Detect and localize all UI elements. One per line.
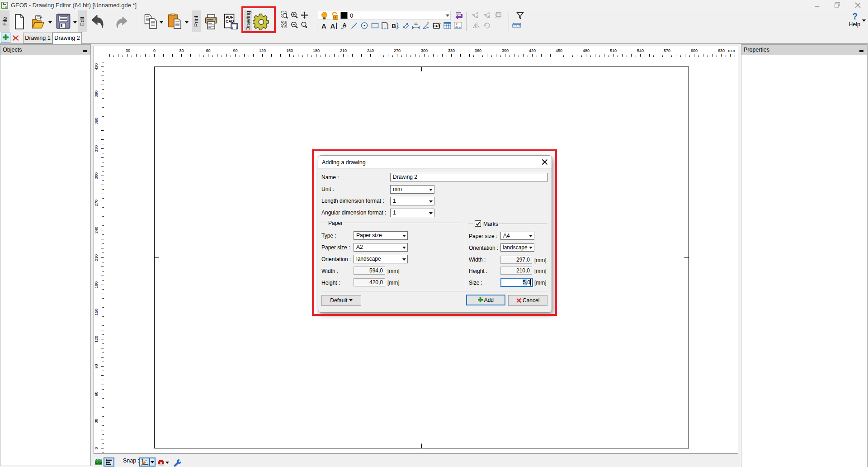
- svg-text:600: 600: [691, 48, 698, 53]
- svg-text:0: 0: [94, 447, 99, 449]
- svg-text:540: 540: [637, 48, 644, 53]
- svg-text:-30: -30: [124, 48, 130, 53]
- svg-text:420: 420: [94, 63, 99, 70]
- svg-text:90: 90: [94, 364, 99, 368]
- svg-text:60: 60: [94, 391, 99, 396]
- svg-text:150: 150: [94, 309, 99, 315]
- svg-text:360: 360: [94, 118, 99, 124]
- svg-text:180: 180: [94, 281, 99, 288]
- svg-text:240: 240: [94, 227, 99, 234]
- svg-text:0: 0: [153, 48, 156, 53]
- svg-text:360: 360: [475, 48, 481, 53]
- svg-text:270: 270: [394, 48, 401, 53]
- svg-text:PDF: PDF: [226, 15, 233, 19]
- svg-text:390: 390: [502, 48, 509, 53]
- svg-text:240: 240: [367, 48, 374, 53]
- svg-text:210: 210: [94, 254, 99, 261]
- svg-text:CAD: CAD: [95, 461, 102, 464]
- svg-text:570: 570: [664, 48, 670, 53]
- svg-text:300: 300: [421, 48, 428, 53]
- svg-text:B: B: [392, 23, 396, 29]
- svg-text:630: 630: [718, 48, 725, 53]
- svg-text:300: 300: [94, 172, 99, 179]
- svg-text:270: 270: [94, 200, 99, 206]
- svg-text:120: 120: [259, 48, 266, 53]
- svg-text:30: 30: [94, 419, 99, 423]
- svg-text:180: 180: [313, 48, 320, 53]
- svg-text:330: 330: [448, 48, 455, 53]
- svg-text:450: 450: [556, 48, 562, 53]
- svg-text:510: 510: [610, 48, 617, 53]
- svg-text:11: 11: [414, 22, 418, 26]
- svg-text:CAD: CAD: [226, 19, 234, 24]
- svg-text:90: 90: [233, 48, 237, 53]
- svg-text:390: 390: [94, 91, 99, 97]
- svg-text:60: 60: [206, 48, 210, 53]
- svg-text:150: 150: [286, 48, 293, 53]
- svg-text:480: 480: [583, 48, 590, 53]
- svg-text:330: 330: [94, 145, 99, 152]
- svg-text:mm: mm: [728, 48, 735, 53]
- svg-text:30: 30: [179, 48, 184, 53]
- svg-text:120: 120: [94, 336, 99, 343]
- svg-text:420: 420: [529, 48, 536, 53]
- svg-text:A: A: [330, 22, 335, 29]
- svg-text:A: A: [321, 22, 326, 29]
- svg-text:210: 210: [340, 48, 347, 53]
